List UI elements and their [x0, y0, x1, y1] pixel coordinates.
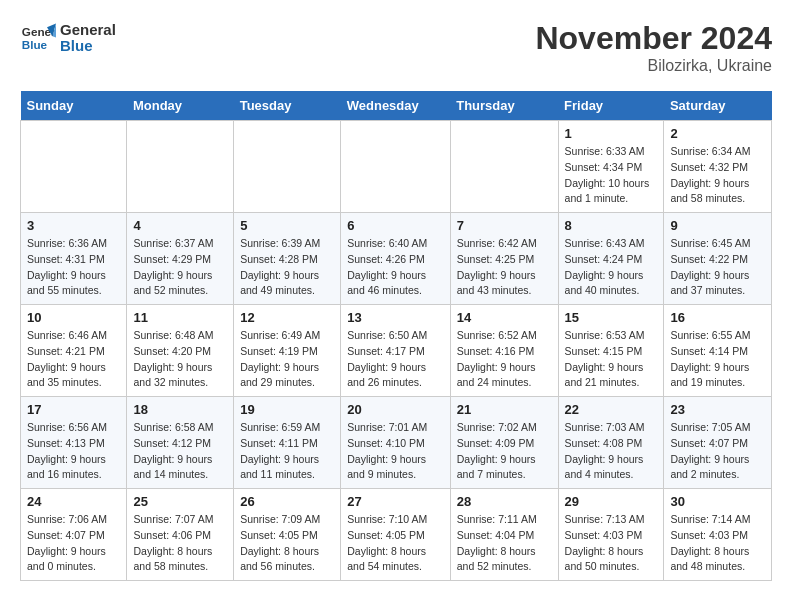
calendar-cell — [341, 121, 450, 213]
header-tuesday: Tuesday — [234, 91, 341, 121]
day-detail: Sunrise: 6:58 AMSunset: 4:12 PMDaylight:… — [133, 420, 227, 483]
calendar-cell — [234, 121, 341, 213]
calendar-cell: 22Sunrise: 7:03 AMSunset: 4:08 PMDayligh… — [558, 397, 664, 489]
svg-text:Blue: Blue — [22, 38, 48, 51]
calendar-cell: 19Sunrise: 6:59 AMSunset: 4:11 PMDayligh… — [234, 397, 341, 489]
calendar-week-0: 1Sunrise: 6:33 AMSunset: 4:34 PMDaylight… — [21, 121, 772, 213]
day-detail: Sunrise: 6:48 AMSunset: 4:20 PMDaylight:… — [133, 328, 227, 391]
day-number: 20 — [347, 402, 443, 417]
day-number: 22 — [565, 402, 658, 417]
day-detail: Sunrise: 6:45 AMSunset: 4:22 PMDaylight:… — [670, 236, 765, 299]
day-number: 28 — [457, 494, 552, 509]
calendar-week-3: 17Sunrise: 6:56 AMSunset: 4:13 PMDayligh… — [21, 397, 772, 489]
calendar-cell: 15Sunrise: 6:53 AMSunset: 4:15 PMDayligh… — [558, 305, 664, 397]
day-number: 11 — [133, 310, 227, 325]
day-number: 27 — [347, 494, 443, 509]
day-number: 5 — [240, 218, 334, 233]
day-detail: Sunrise: 7:02 AMSunset: 4:09 PMDaylight:… — [457, 420, 552, 483]
calendar-cell: 20Sunrise: 7:01 AMSunset: 4:10 PMDayligh… — [341, 397, 450, 489]
day-number: 26 — [240, 494, 334, 509]
day-number: 10 — [27, 310, 120, 325]
day-number: 17 — [27, 402, 120, 417]
calendar-cell: 17Sunrise: 6:56 AMSunset: 4:13 PMDayligh… — [21, 397, 127, 489]
day-detail: Sunrise: 6:55 AMSunset: 4:14 PMDaylight:… — [670, 328, 765, 391]
day-detail: Sunrise: 7:14 AMSunset: 4:03 PMDaylight:… — [670, 512, 765, 575]
header-monday: Monday — [127, 91, 234, 121]
day-detail: Sunrise: 7:11 AMSunset: 4:04 PMDaylight:… — [457, 512, 552, 575]
header-thursday: Thursday — [450, 91, 558, 121]
calendar-cell: 9Sunrise: 6:45 AMSunset: 4:22 PMDaylight… — [664, 213, 772, 305]
day-detail: Sunrise: 7:09 AMSunset: 4:05 PMDaylight:… — [240, 512, 334, 575]
header-friday: Friday — [558, 91, 664, 121]
calendar-cell — [450, 121, 558, 213]
day-number: 16 — [670, 310, 765, 325]
calendar-cell: 7Sunrise: 6:42 AMSunset: 4:25 PMDaylight… — [450, 213, 558, 305]
day-number: 8 — [565, 218, 658, 233]
header: General Blue General Blue November 2024 … — [20, 20, 772, 75]
header-wednesday: Wednesday — [341, 91, 450, 121]
calendar-week-4: 24Sunrise: 7:06 AMSunset: 4:07 PMDayligh… — [21, 489, 772, 581]
calendar-cell: 8Sunrise: 6:43 AMSunset: 4:24 PMDaylight… — [558, 213, 664, 305]
day-detail: Sunrise: 7:01 AMSunset: 4:10 PMDaylight:… — [347, 420, 443, 483]
location: Bilozirka, Ukraine — [535, 57, 772, 75]
day-number: 29 — [565, 494, 658, 509]
calendar-cell: 14Sunrise: 6:52 AMSunset: 4:16 PMDayligh… — [450, 305, 558, 397]
day-number: 3 — [27, 218, 120, 233]
calendar-cell: 29Sunrise: 7:13 AMSunset: 4:03 PMDayligh… — [558, 489, 664, 581]
day-number: 13 — [347, 310, 443, 325]
calendar-table: SundayMondayTuesdayWednesdayThursdayFrid… — [20, 91, 772, 581]
calendar-cell: 10Sunrise: 6:46 AMSunset: 4:21 PMDayligh… — [21, 305, 127, 397]
calendar-cell: 28Sunrise: 7:11 AMSunset: 4:04 PMDayligh… — [450, 489, 558, 581]
calendar-cell: 4Sunrise: 6:37 AMSunset: 4:29 PMDaylight… — [127, 213, 234, 305]
day-number: 23 — [670, 402, 765, 417]
day-number: 30 — [670, 494, 765, 509]
day-number: 15 — [565, 310, 658, 325]
day-number: 19 — [240, 402, 334, 417]
calendar-week-1: 3Sunrise: 6:36 AMSunset: 4:31 PMDaylight… — [21, 213, 772, 305]
header-sunday: Sunday — [21, 91, 127, 121]
calendar-cell: 6Sunrise: 6:40 AMSunset: 4:26 PMDaylight… — [341, 213, 450, 305]
calendar-cell: 26Sunrise: 7:09 AMSunset: 4:05 PMDayligh… — [234, 489, 341, 581]
day-detail: Sunrise: 6:53 AMSunset: 4:15 PMDaylight:… — [565, 328, 658, 391]
day-detail: Sunrise: 6:36 AMSunset: 4:31 PMDaylight:… — [27, 236, 120, 299]
day-number: 18 — [133, 402, 227, 417]
day-number: 2 — [670, 126, 765, 141]
day-number: 24 — [27, 494, 120, 509]
day-detail: Sunrise: 6:52 AMSunset: 4:16 PMDaylight:… — [457, 328, 552, 391]
day-detail: Sunrise: 6:46 AMSunset: 4:21 PMDaylight:… — [27, 328, 120, 391]
calendar-cell — [127, 121, 234, 213]
day-detail: Sunrise: 7:07 AMSunset: 4:06 PMDaylight:… — [133, 512, 227, 575]
calendar-cell: 2Sunrise: 6:34 AMSunset: 4:32 PMDaylight… — [664, 121, 772, 213]
day-detail: Sunrise: 6:34 AMSunset: 4:32 PMDaylight:… — [670, 144, 765, 207]
day-detail: Sunrise: 6:39 AMSunset: 4:28 PMDaylight:… — [240, 236, 334, 299]
logo-line2: Blue — [60, 38, 116, 55]
day-detail: Sunrise: 6:43 AMSunset: 4:24 PMDaylight:… — [565, 236, 658, 299]
logo: General Blue General Blue — [20, 20, 116, 56]
day-detail: Sunrise: 6:40 AMSunset: 4:26 PMDaylight:… — [347, 236, 443, 299]
calendar-cell: 13Sunrise: 6:50 AMSunset: 4:17 PMDayligh… — [341, 305, 450, 397]
day-detail: Sunrise: 6:56 AMSunset: 4:13 PMDaylight:… — [27, 420, 120, 483]
title-area: November 2024 Bilozirka, Ukraine — [535, 20, 772, 75]
logo-line1: General — [60, 22, 116, 39]
calendar-cell: 11Sunrise: 6:48 AMSunset: 4:20 PMDayligh… — [127, 305, 234, 397]
day-detail: Sunrise: 7:03 AMSunset: 4:08 PMDaylight:… — [565, 420, 658, 483]
day-number: 9 — [670, 218, 765, 233]
calendar-cell: 30Sunrise: 7:14 AMSunset: 4:03 PMDayligh… — [664, 489, 772, 581]
day-number: 14 — [457, 310, 552, 325]
day-detail: Sunrise: 6:50 AMSunset: 4:17 PMDaylight:… — [347, 328, 443, 391]
day-detail: Sunrise: 7:05 AMSunset: 4:07 PMDaylight:… — [670, 420, 765, 483]
day-detail: Sunrise: 7:10 AMSunset: 4:05 PMDaylight:… — [347, 512, 443, 575]
calendar-cell: 23Sunrise: 7:05 AMSunset: 4:07 PMDayligh… — [664, 397, 772, 489]
day-number: 21 — [457, 402, 552, 417]
day-detail: Sunrise: 6:42 AMSunset: 4:25 PMDaylight:… — [457, 236, 552, 299]
day-detail: Sunrise: 6:37 AMSunset: 4:29 PMDaylight:… — [133, 236, 227, 299]
calendar-cell: 5Sunrise: 6:39 AMSunset: 4:28 PMDaylight… — [234, 213, 341, 305]
calendar-cell: 1Sunrise: 6:33 AMSunset: 4:34 PMDaylight… — [558, 121, 664, 213]
day-detail: Sunrise: 7:13 AMSunset: 4:03 PMDaylight:… — [565, 512, 658, 575]
day-number: 4 — [133, 218, 227, 233]
calendar-cell: 16Sunrise: 6:55 AMSunset: 4:14 PMDayligh… — [664, 305, 772, 397]
calendar-cell: 3Sunrise: 6:36 AMSunset: 4:31 PMDaylight… — [21, 213, 127, 305]
day-detail: Sunrise: 7:06 AMSunset: 4:07 PMDaylight:… — [27, 512, 120, 575]
header-saturday: Saturday — [664, 91, 772, 121]
day-detail: Sunrise: 6:33 AMSunset: 4:34 PMDaylight:… — [565, 144, 658, 207]
